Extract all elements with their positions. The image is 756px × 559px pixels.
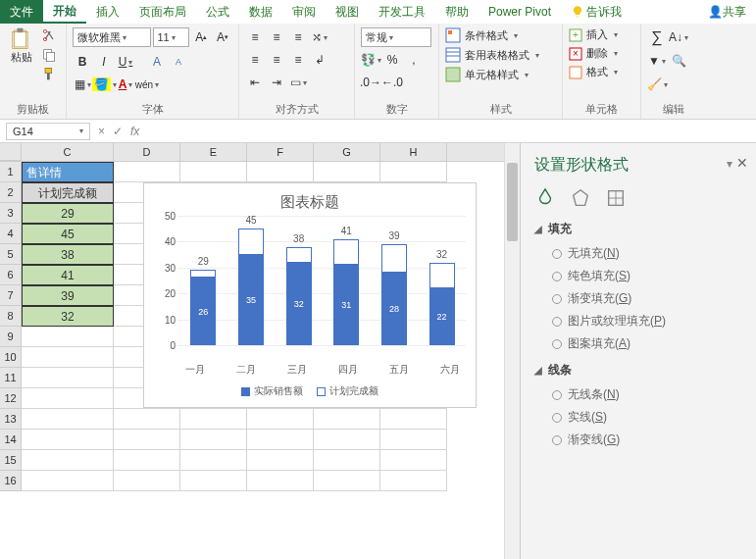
cell[interactable]: 29 bbox=[22, 203, 114, 224]
pane-close-icon[interactable]: ✕ bbox=[736, 155, 748, 171]
format-cells-button[interactable]: 格式▾ bbox=[569, 65, 634, 79]
sort-icon[interactable]: A↓▾ bbox=[669, 27, 688, 47]
row-header[interactable]: 7 bbox=[0, 285, 22, 306]
font-color-button[interactable]: A▾ bbox=[116, 75, 135, 94]
cell[interactable]: 售详情 bbox=[22, 162, 114, 182]
cell[interactable] bbox=[380, 162, 447, 182]
scroll-thumb[interactable] bbox=[507, 163, 518, 241]
cell[interactable] bbox=[247, 430, 314, 450]
autosum-icon[interactable]: ∑ bbox=[647, 27, 667, 47]
tab-help[interactable]: 帮助 bbox=[435, 0, 479, 24]
tab-dev[interactable]: 开发工具 bbox=[369, 0, 435, 24]
orientation-icon[interactable]: ⤭▾ bbox=[310, 27, 329, 47]
align-top-icon[interactable]: ≡ bbox=[245, 27, 265, 47]
tab-powerpivot[interactable]: Power Pivot bbox=[479, 0, 561, 24]
effects-tab-icon[interactable] bbox=[570, 187, 591, 209]
align-bottom-icon[interactable]: ≡ bbox=[288, 27, 308, 47]
bar-plan[interactable] bbox=[429, 263, 455, 288]
bar-plan[interactable] bbox=[333, 239, 359, 265]
radio-option[interactable]: 纯色填充(S) bbox=[552, 268, 742, 284]
tab-layout[interactable]: 页面布局 bbox=[129, 0, 196, 24]
spreadsheet-grid[interactable]: C D E F G H 1售详情2计划完成额329445538641739832… bbox=[0, 143, 504, 559]
tab-file[interactable]: 文件 bbox=[0, 0, 43, 24]
align-left-icon[interactable]: ≡ bbox=[245, 50, 265, 70]
align-right-icon[interactable]: ≡ bbox=[288, 50, 308, 70]
find-icon[interactable]: 🔍 bbox=[669, 51, 688, 71]
radio-option[interactable]: 图片或纹理填充(P) bbox=[552, 313, 742, 330]
cell[interactable]: 39 bbox=[22, 285, 114, 306]
row-header[interactable]: 16 bbox=[0, 471, 22, 491]
tab-insert[interactable]: 插入 bbox=[86, 0, 129, 24]
currency-icon[interactable]: 💱▾ bbox=[361, 50, 380, 70]
cancel-formula-icon[interactable]: × bbox=[98, 125, 105, 138]
tab-home[interactable]: 开始 bbox=[43, 0, 86, 24]
cell[interactable] bbox=[247, 162, 314, 182]
cell[interactable]: 38 bbox=[22, 244, 114, 265]
cell[interactable]: 32 bbox=[22, 306, 114, 327]
bar-plan[interactable] bbox=[190, 270, 216, 278]
col-header[interactable]: H bbox=[380, 143, 447, 161]
row-header[interactable]: 1 bbox=[0, 162, 22, 182]
font-bigA-icon[interactable]: A bbox=[147, 52, 167, 72]
font-smallA-icon[interactable]: A bbox=[169, 52, 188, 72]
cell[interactable] bbox=[314, 162, 380, 182]
row-header[interactable]: 5 bbox=[0, 244, 22, 265]
increase-decimal-icon[interactable]: .0→ bbox=[361, 73, 380, 92]
tab-formula[interactable]: 公式 bbox=[196, 0, 239, 24]
align-center-icon[interactable]: ≡ bbox=[267, 50, 286, 70]
cell[interactable] bbox=[314, 450, 380, 471]
increase-indent-icon[interactable]: ⇥ bbox=[267, 73, 286, 92]
col-header[interactable]: G bbox=[314, 143, 380, 161]
row-header[interactable]: 13 bbox=[0, 409, 22, 430]
cell[interactable]: 45 bbox=[22, 224, 114, 244]
cell[interactable] bbox=[314, 471, 380, 491]
cell[interactable] bbox=[380, 450, 447, 471]
bar-actual[interactable]: 26 bbox=[190, 278, 216, 345]
cell[interactable] bbox=[247, 471, 314, 491]
bar-actual[interactable]: 28 bbox=[381, 273, 407, 345]
format-painter-icon[interactable] bbox=[41, 67, 57, 82]
confirm-formula-icon[interactable]: ✓ bbox=[113, 125, 123, 138]
fill-section-header[interactable]: ◢填充 bbox=[534, 221, 742, 237]
delete-cells-button[interactable]: ×删除▾ bbox=[569, 46, 634, 61]
merge-button[interactable]: ▭▾ bbox=[288, 73, 308, 92]
italic-button[interactable]: I bbox=[94, 52, 114, 72]
cell[interactable]: 41 bbox=[22, 265, 114, 285]
bold-button[interactable]: B bbox=[73, 52, 92, 72]
bar-actual[interactable]: 22 bbox=[429, 288, 455, 345]
cell[interactable] bbox=[22, 430, 114, 450]
cell[interactable] bbox=[22, 450, 114, 471]
col-header[interactable]: D bbox=[114, 143, 180, 161]
chart[interactable]: 图表标题 01020304050262935453238314128392232… bbox=[143, 182, 477, 408]
cell[interactable] bbox=[314, 409, 380, 430]
fill-icon[interactable]: ▼▾ bbox=[647, 51, 667, 71]
cell[interactable] bbox=[380, 409, 447, 430]
row-header[interactable]: 8 bbox=[0, 306, 22, 327]
row-header[interactable]: 2 bbox=[0, 182, 22, 203]
table-format-button[interactable]: 套用表格格式▾ bbox=[445, 47, 556, 63]
cell-style-button[interactable]: 单元格样式▾ bbox=[445, 67, 556, 82]
tab-review[interactable]: 审阅 bbox=[282, 0, 326, 24]
radio-option[interactable]: 实线(S) bbox=[552, 409, 742, 426]
radio-option[interactable]: 渐变线(G) bbox=[552, 432, 742, 448]
comma-icon[interactable]: , bbox=[404, 50, 424, 70]
select-all-corner[interactable] bbox=[0, 143, 22, 161]
underline-button[interactable]: U▾ bbox=[116, 52, 135, 72]
tab-tellme[interactable]: 告诉我 bbox=[561, 0, 631, 24]
row-header[interactable]: 15 bbox=[0, 450, 22, 471]
phonetic-button[interactable]: wén▾ bbox=[137, 75, 157, 94]
cell[interactable] bbox=[22, 388, 114, 409]
percent-icon[interactable]: % bbox=[382, 50, 402, 70]
cell[interactable] bbox=[22, 471, 114, 491]
tab-share[interactable]: 👤 共享 bbox=[698, 0, 756, 24]
cut-icon[interactable] bbox=[41, 27, 57, 43]
insert-cells-button[interactable]: +插入▾ bbox=[569, 27, 634, 42]
cell[interactable] bbox=[314, 430, 380, 450]
cell[interactable] bbox=[114, 471, 180, 491]
cell[interactable] bbox=[114, 430, 180, 450]
fx-icon[interactable]: fx bbox=[130, 125, 139, 138]
cell[interactable] bbox=[180, 471, 247, 491]
font-name-combo[interactable]: 微软雅黑▾ bbox=[73, 27, 151, 47]
cell[interactable] bbox=[247, 450, 314, 471]
copy-icon[interactable] bbox=[41, 47, 57, 63]
